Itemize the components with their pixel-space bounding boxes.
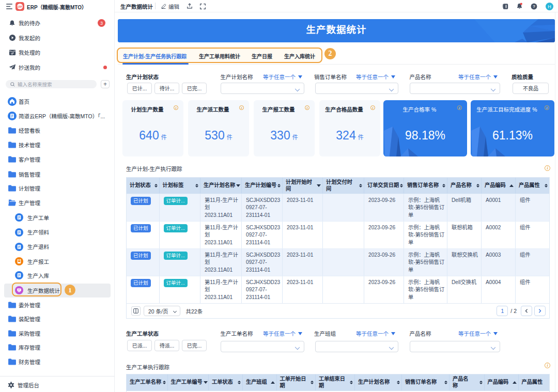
svg-text:H: H [548, 4, 551, 9]
svg-text:ERP: ERP [18, 6, 22, 8]
svg-text:?: ? [533, 4, 535, 9]
